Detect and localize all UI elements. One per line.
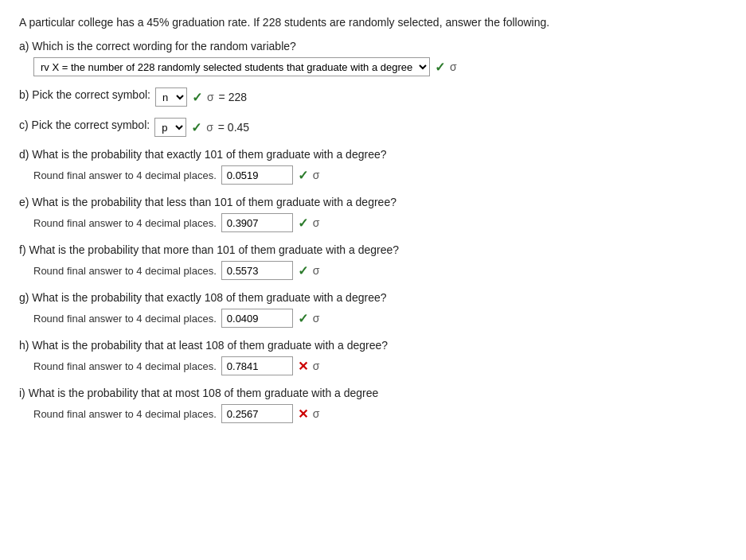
question-d-round-label: Round final answer to 4 decimal places. bbox=[33, 169, 217, 181]
question-f-input[interactable] bbox=[221, 261, 293, 280]
question-i-round-label: Round final answer to 4 decimal places. bbox=[33, 408, 217, 420]
question-f-sigma-icon[interactable]: σ bbox=[313, 264, 320, 277]
question-h-input[interactable] bbox=[221, 356, 293, 375]
question-i-label: i) What is the probability that at most … bbox=[19, 387, 727, 399]
question-c-sigma-icon[interactable]: σ bbox=[206, 121, 213, 134]
question-d-label: d) What is the probability that exactly … bbox=[19, 148, 727, 161]
question-a-check-icon: ✓ bbox=[435, 60, 445, 75]
question-h-label: h) What is the probability that at least… bbox=[19, 339, 727, 352]
question-c-dropdown[interactable]: p bbox=[154, 118, 186, 137]
question-g-round-label: Round final answer to 4 decimal places. bbox=[33, 313, 217, 325]
question-b-sigma-icon[interactable]: σ bbox=[207, 91, 214, 103]
question-g-sigma-icon[interactable]: σ bbox=[313, 312, 320, 325]
question-e-round-label: Round final answer to 4 decimal places. bbox=[33, 217, 217, 229]
question-i-input[interactable] bbox=[221, 404, 293, 423]
question-a-label: a) Which is the correct wording for the … bbox=[19, 40, 727, 52]
question-e-input[interactable] bbox=[221, 213, 293, 232]
question-g-label: g) What is the probability that exactly … bbox=[19, 291, 727, 304]
question-f-check-icon: ✓ bbox=[298, 263, 308, 278]
question-h-sigma-icon[interactable]: σ bbox=[313, 360, 320, 372]
question-e-check-icon: ✓ bbox=[298, 216, 308, 231]
question-h-round-label: Round final answer to 4 decimal places. bbox=[33, 360, 217, 372]
question-d-input[interactable] bbox=[221, 165, 293, 185]
question-h-cross-icon: ✕ bbox=[298, 359, 308, 374]
question-b-check-icon: ✓ bbox=[192, 90, 202, 105]
question-a-sigma-icon[interactable]: σ bbox=[450, 60, 457, 73]
question-b-equals: = 228 bbox=[219, 91, 247, 103]
question-c-equals: = 0.45 bbox=[218, 121, 249, 134]
question-a-dropdown[interactable]: rv X = the number of 228 randomly select… bbox=[33, 57, 430, 76]
question-f-round-label: Round final answer to 4 decimal places. bbox=[33, 265, 217, 277]
question-e-label: e) What is the probability that less tha… bbox=[19, 196, 727, 208]
question-b-dropdown[interactable]: n bbox=[155, 88, 187, 107]
question-b-label: b) Pick the correct symbol: bbox=[19, 88, 150, 101]
question-i-sigma-icon[interactable]: σ bbox=[313, 407, 320, 420]
intro-text: A particular college has a 45% graduatio… bbox=[19, 16, 727, 29]
question-i-cross-icon: ✕ bbox=[298, 406, 308, 422]
question-d-check-icon: ✓ bbox=[298, 168, 308, 183]
question-d-sigma-icon[interactable]: σ bbox=[313, 169, 320, 181]
question-f-label: f) What is the probability that more tha… bbox=[19, 243, 727, 256]
question-c-label: c) Pick the correct symbol: bbox=[19, 119, 150, 131]
question-e-sigma-icon[interactable]: σ bbox=[313, 216, 320, 229]
question-c-check-icon: ✓ bbox=[191, 120, 201, 135]
question-g-input[interactable] bbox=[221, 309, 293, 328]
question-g-check-icon: ✓ bbox=[298, 311, 308, 326]
